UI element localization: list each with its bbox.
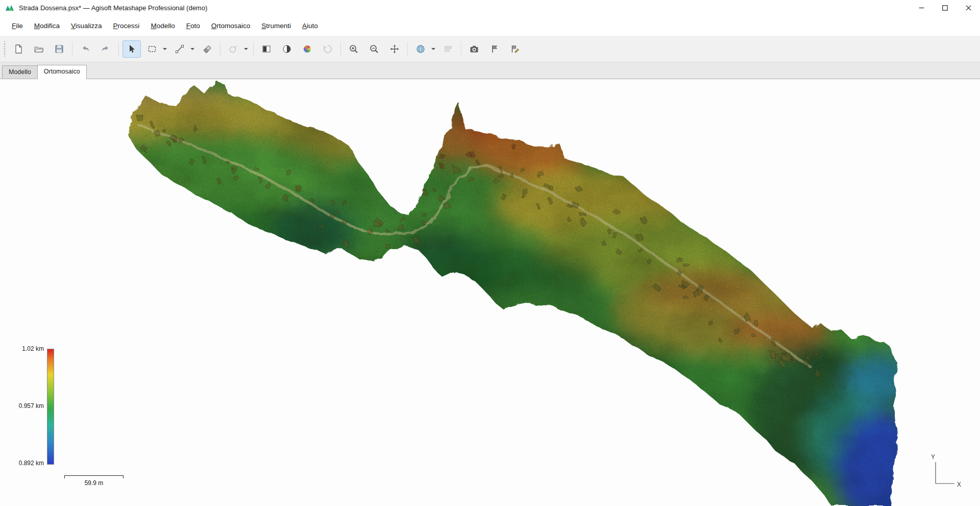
rotate-view-icon [323,44,333,54]
toolbar-separator [72,42,72,56]
zoom-out-button[interactable] [365,40,383,58]
legend-gradient-bar [47,349,54,465]
contrast-tool-button[interactable] [278,40,296,58]
title-bar: Strada Dossena.psx* — Agisoft Metashape … [0,0,980,16]
undo-icon [80,44,90,54]
line-measure-button[interactable] [170,40,189,58]
undo-button[interactable] [76,40,94,58]
minimize-button[interactable] [910,0,933,16]
globe-basemap-button[interactable] [411,40,430,58]
attach-tool-button[interactable] [224,40,242,58]
rectangle-selection-icon [147,44,157,54]
tab-ortomosaico[interactable]: Ortomosaico [37,65,87,79]
main-toolbar [0,36,980,62]
rectangle-selection-button[interactable] [143,40,161,58]
menu-item-visualizza[interactable]: Visualizza [65,19,108,33]
model-viewport: 1.02 km 0.957 km 0.892 km 59.9 m Y X [0,79,980,506]
tab-modello[interactable]: Modello [2,65,38,79]
capture-screenshot-button[interactable] [465,40,483,58]
palette-tool-icon [302,44,312,54]
capture-screenshot-icon [469,44,479,54]
toolbar-separator [407,42,408,56]
maximize-button[interactable] [933,0,957,16]
redo-icon [101,44,111,54]
select-tool-button[interactable] [122,40,141,58]
contrast-tool-icon [282,44,292,54]
menu-item-file[interactable]: File [6,19,29,33]
view-tab-bar: Modello Ortomosaico [0,62,980,79]
line-measure-icon [175,44,185,54]
maximize-icon [942,5,948,11]
rotate-view-button[interactable] [318,40,337,58]
palette-tool-button[interactable] [298,40,316,58]
line-measure-dropdown-caret[interactable] [190,48,194,50]
redo-button[interactable] [96,40,115,58]
legend-mid-label: 0.957 km [15,402,44,409]
toolbar-separator [340,42,341,56]
app-logo-icon [5,4,14,13]
fit-view-button[interactable] [385,40,404,58]
annotate-tool-button[interactable] [506,40,524,58]
menu-item-aiuto[interactable]: Aiuto [297,19,324,33]
open-project-icon [34,44,44,54]
y-axis-label: Y [931,453,935,461]
brightness-levels-button[interactable] [257,40,276,58]
brightness-levels-icon [261,44,272,54]
transform-tool-icon [443,44,453,54]
menu-bar: File Modifica Visualizza Processi Modell… [0,16,980,36]
toolbar-group [411,40,457,58]
rectangle-selection-dropdown-caret[interactable] [163,48,167,50]
globe-basemap-dropdown-caret[interactable] [431,48,435,50]
toolbar-group [345,40,404,58]
annotate-tool-icon [510,44,520,54]
menu-item-foto[interactable]: Foto [181,19,206,33]
select-tool-icon [127,44,137,54]
window-title: Strada Dossena.psx* — Agisoft Metashape … [19,4,207,12]
toolbar-group [9,40,68,58]
toolbar-separator [253,42,254,56]
flag-marker-icon [489,44,500,54]
x-axis-label: X [957,481,961,488]
zoom-in-button[interactable] [345,40,363,58]
toolbar-group [122,40,216,58]
new-document-icon [13,44,23,54]
toolbar-drag-handle[interactable] [3,41,6,57]
scale-bar-line [64,475,124,478]
globe-basemap-icon [415,44,426,54]
scale-bar: 59.9 m [64,475,124,487]
open-project-button[interactable] [30,40,48,58]
fit-view-icon [389,44,400,54]
menu-item-modifica[interactable]: Modifica [29,19,65,33]
legend-max-label: 1.02 km [15,345,44,352]
attach-tool-icon [228,44,238,54]
close-button[interactable] [957,0,980,16]
menu-item-strumenti[interactable]: Strumenti [256,19,297,33]
menu-item-processi[interactable]: Processi [108,19,145,33]
legend-min-label: 0.892 km [15,460,44,467]
new-document-button[interactable] [9,40,28,58]
transform-tool-button[interactable] [439,40,457,58]
zoom-out-icon [369,44,379,54]
window-controls [910,0,980,16]
zoom-in-icon [349,44,359,54]
axis-indicator: Y X [914,448,970,496]
scale-bar-label: 59.9 m [64,479,124,487]
menu-item-modello[interactable]: Modello [145,19,180,33]
menu-item-ortomosaico[interactable]: Ortomosaico [206,19,256,33]
save-project-icon [54,44,64,54]
toolbar-separator [461,42,461,56]
attach-tool-dropdown-caret[interactable] [244,48,248,50]
flag-marker-button[interactable] [485,40,504,58]
eraser-tool-icon [202,44,212,54]
toolbar-separator [220,42,220,56]
close-icon [966,5,971,11]
minimize-icon [919,5,924,11]
toolbar-separator [118,42,119,56]
dem-terrain-render[interactable] [0,79,980,506]
eraser-tool-button[interactable] [198,40,216,58]
toolbar-group [224,40,250,58]
toolbar-group [465,40,524,58]
save-project-button[interactable] [50,40,68,58]
elevation-legend: 1.02 km 0.957 km 0.892 km [15,345,82,472]
toolbar-group [257,40,337,58]
